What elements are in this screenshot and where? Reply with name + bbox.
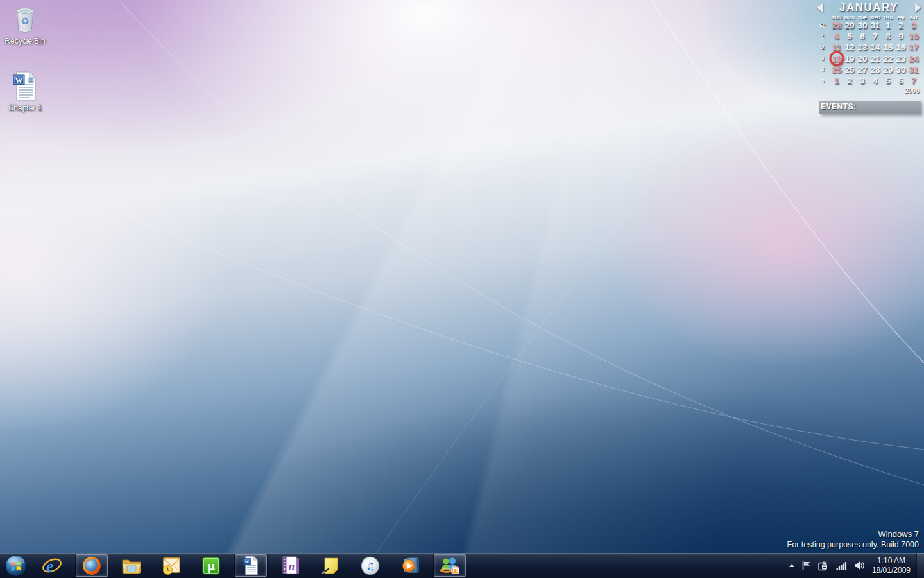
- sticky-note-icon: [321, 557, 339, 575]
- svg-text:µ: µ: [207, 559, 216, 572]
- desktop-icon-recycle-bin[interactable]: ♻ Recycle Bin: [0, 3, 50, 46]
- calendar-day[interactable]: 30: [894, 65, 907, 74]
- calendar-day[interactable]: 27: [856, 65, 869, 74]
- taskbar-button-outlook[interactable]: [155, 554, 187, 577]
- taskbar-button-messenger[interactable]: [434, 554, 466, 577]
- calendar-day[interactable]: 13: [856, 42, 869, 52]
- taskbar-button-windows-explorer[interactable]: [116, 554, 148, 577]
- power-plug-icon[interactable]: [818, 560, 829, 571]
- calendar-day[interactable]: 1: [882, 21, 894, 30]
- calendar-day[interactable]: 6: [894, 76, 907, 85]
- calendar-day[interactable]: 16: [894, 42, 907, 52]
- calendar-grid: 5228293031123145678910211121314151617318…: [815, 20, 923, 86]
- calendar-day[interactable]: 3: [907, 21, 920, 30]
- calendar-weekday-header: SUN: [830, 14, 843, 20]
- media-player-icon: [400, 556, 420, 575]
- calendar-day[interactable]: 18: [830, 54, 843, 64]
- calendar-year: 2009: [815, 87, 923, 94]
- calendar-day[interactable]: 9: [894, 31, 907, 41]
- system-tray: 1:10 AM 18/01/2009: [789, 553, 924, 578]
- calendar-day[interactable]: 20: [856, 54, 869, 64]
- clock-time: 1:10 AM: [872, 556, 911, 566]
- calendar-day[interactable]: 15: [882, 42, 894, 52]
- calendar-day[interactable]: 7: [869, 31, 882, 41]
- show-desktop-button[interactable]: [916, 553, 924, 578]
- desktop-icon-chapter-1[interactable]: W Chapter 1: [0, 69, 50, 112]
- prev-month-arrow-icon[interactable]: [817, 3, 823, 12]
- hidden-icons-chevron[interactable]: [789, 564, 794, 567]
- events-bar[interactable]: EVENTS:: [819, 101, 921, 114]
- taskbar-button-windows-media-player[interactable]: [394, 554, 426, 577]
- calendar-month-title: JANUARY: [823, 1, 915, 14]
- network-signal-icon[interactable]: [836, 561, 847, 570]
- action-center-flag-icon[interactable]: [801, 561, 811, 571]
- taskbar-button-utorrent[interactable]: µ: [195, 554, 227, 577]
- taskbar-button-internet-explorer[interactable]: e: [36, 554, 68, 577]
- tray-clock[interactable]: 1:10 AM 18/01/2009: [872, 556, 911, 575]
- calendar-day[interactable]: 24: [907, 54, 920, 64]
- calendar-day[interactable]: 29: [882, 65, 894, 74]
- svg-text:W: W: [15, 76, 22, 84]
- recycle-bin-icon: ♻: [0, 3, 50, 35]
- itunes-icon: ♫: [361, 556, 380, 575]
- calendar-week-row: 5228293031123: [815, 20, 923, 31]
- calendar-day[interactable]: 2: [843, 76, 856, 85]
- taskbar-button-onenote[interactable]: n: [275, 554, 307, 577]
- calendar-day[interactable]: 22: [882, 54, 894, 64]
- calendar-weekday-header: SAT: [907, 14, 920, 20]
- calendar-day[interactable]: 2: [894, 21, 907, 30]
- calendar-week-row: 51234567: [815, 75, 923, 86]
- taskbar-button-sticky-notes[interactable]: [314, 554, 346, 577]
- calendar-day[interactable]: 3: [856, 76, 869, 85]
- calendar-day[interactable]: 31: [907, 65, 920, 74]
- calendar-day[interactable]: 5: [882, 76, 894, 85]
- calendar-day[interactable]: 25: [830, 65, 843, 74]
- desktop: ♻ Recycle Bin: [0, 0, 924, 578]
- taskbar-button-word[interactable]: W: [235, 554, 267, 577]
- watermark-line2: For testing purposes only. Build 7000: [787, 539, 919, 550]
- taskbar-button-firefox[interactable]: [76, 554, 108, 577]
- calendar-day[interactable]: 28: [830, 21, 843, 30]
- calendar-week-number: 5: [815, 78, 830, 84]
- svg-text:W: W: [244, 559, 249, 565]
- calendar-weeknum-spacer: [815, 14, 830, 20]
- calendar-day[interactable]: 31: [869, 21, 882, 30]
- calendar-day[interactable]: 14: [869, 42, 882, 52]
- calendar-day[interactable]: 12: [843, 42, 856, 52]
- calendar-day[interactable]: 4: [869, 76, 882, 85]
- calendar-week-number: 1: [815, 33, 830, 40]
- svg-text:♫: ♫: [366, 559, 375, 572]
- calendar-week-number: 52: [815, 22, 830, 29]
- start-button[interactable]: [4, 554, 28, 577]
- calendar-day[interactable]: 23: [894, 54, 907, 64]
- calendar-day[interactable]: 1: [830, 76, 843, 85]
- calendar-day[interactable]: 26: [843, 65, 856, 74]
- calendar-day[interactable]: 29: [843, 21, 856, 30]
- calendar-weekday-header: TUE: [856, 14, 869, 20]
- calendar-week-row: 145678910: [815, 31, 923, 42]
- calendar-day[interactable]: 17: [907, 42, 920, 52]
- svg-text:e: e: [46, 557, 54, 575]
- calendar-day[interactable]: 8: [882, 31, 894, 41]
- desktop-icon-label: Recycle Bin: [0, 37, 50, 46]
- watermark-line1: Windows 7: [787, 529, 919, 539]
- outlook-icon: [162, 556, 181, 575]
- calendar-day[interactable]: 30: [856, 21, 869, 30]
- calendar-day[interactable]: 28: [869, 65, 882, 74]
- volume-icon[interactable]: [854, 561, 865, 570]
- calendar-day[interactable]: 10: [907, 31, 920, 41]
- onenote-icon: n: [282, 556, 300, 575]
- calendar-day[interactable]: 19: [843, 54, 856, 64]
- wallpaper-curves: [0, 0, 924, 578]
- calendar-day[interactable]: 4: [830, 31, 843, 41]
- word-icon: W: [242, 556, 260, 575]
- calendar-week-row: 318192021222324: [815, 53, 923, 64]
- taskbar-button-itunes[interactable]: ♫: [354, 554, 386, 577]
- calendar-day[interactable]: 6: [856, 31, 869, 41]
- firefox-icon: [82, 556, 101, 575]
- calendar-day[interactable]: 21: [869, 54, 882, 64]
- next-month-arrow-icon[interactable]: [915, 3, 921, 12]
- svg-text:n: n: [288, 560, 294, 572]
- calendar-day[interactable]: 7: [907, 76, 920, 85]
- calendar-day[interactable]: 5: [843, 31, 856, 41]
